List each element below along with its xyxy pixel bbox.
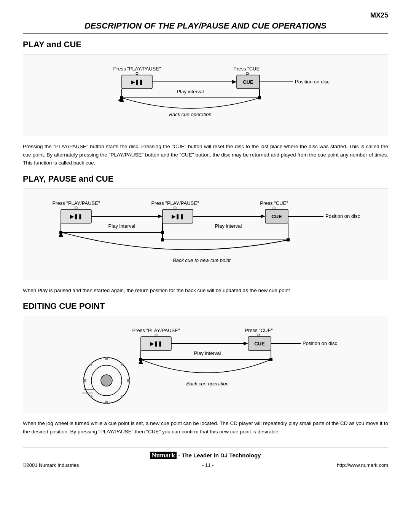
footer-brand: Numark - The Leader in DJ Technology (23, 452, 388, 459)
diag3-back-cue-path (141, 359, 271, 373)
diag2-arrowhead-1 (158, 214, 162, 218)
numark-logo: Numark (150, 452, 177, 459)
svg-point-2 (75, 207, 77, 209)
diag1-position-label: Position on disc (295, 79, 330, 85)
footer: Numark - The Leader in DJ Technology ©20… (23, 447, 388, 468)
diag3-jog-dot-bl (90, 395, 92, 398)
diag3-jog-dot-bottom (105, 401, 108, 404)
diag2-cue-btn-label: CUE (271, 214, 282, 219)
diagram-2-svg: Press "PLAY/PAUSE" Press "PLAY/PAUSE" Pr… (34, 198, 377, 272)
diag3-press-play-label: Press "PLAY/PAUSE" (132, 328, 180, 333)
diagram-editing-cue: Press "PLAY/PAUSE" Press "CUE" ▶❚❚ CUE P… (23, 316, 388, 413)
diag3-back-cue-label: Back cue operation (186, 381, 228, 387)
diag2-position-label: Position on disc (325, 213, 360, 219)
diag3-jog-dot-right (127, 379, 130, 382)
diag1-back-cue-path (122, 98, 260, 109)
diagram-1-svg: Press "PLAY/PAUSE" Press "CUE" ▶❚❚ CUE P… (72, 64, 339, 128)
footer-tagline: - The Leader in DJ Technology (178, 452, 261, 459)
page-title: DESCRIPTION OF THE PLAY/PAUSE AND CUE OP… (23, 21, 388, 34)
diag1-arrowhead-1 (232, 80, 237, 84)
diag1-press-cue-label: Press "CUE" (233, 66, 261, 72)
diag3-play-interval: Play interval (194, 350, 221, 356)
diag2-press-cue-label: Press "CUE" (260, 200, 288, 206)
svg-point-0 (136, 72, 138, 75)
footer-copyright: ©2001 Numark Industries (23, 462, 79, 468)
diag3-jog-dot-left (83, 379, 86, 382)
svg-point-1 (246, 72, 249, 75)
diag1-cue-btn-label: CUE (243, 79, 253, 85)
diag3-jog-dot-tr (121, 363, 123, 366)
diag2-press-play2-label: Press "PLAY/PAUSE" (151, 200, 199, 206)
section-title-editing-cue: EDITING CUE POINT (23, 301, 388, 311)
svg-point-6 (258, 334, 260, 336)
diag3-cue-btn-label: CUE (254, 341, 265, 347)
model-label: MX25 (23, 11, 388, 19)
diag3-jog-dot-top (105, 357, 108, 360)
section3-description: When the jog wheel is turned while a cue… (23, 419, 388, 436)
section1-description: Pressing the "PLAY/PAUSE" button starts … (23, 142, 388, 167)
diag2-sq-left-2 (161, 238, 164, 241)
diag1-play-btn-label: ▶❚❚ (131, 79, 143, 85)
diagram-play-pause-cue: Press "PLAY/PAUSE" Press "PLAY/PAUSE" Pr… (23, 189, 388, 280)
svg-point-5 (155, 334, 157, 336)
diagram-play-and-cue: Press "PLAY/PAUSE" Press "CUE" ▶❚❚ CUE P… (23, 54, 388, 136)
diag3-jog-center (101, 375, 112, 386)
diag2-play-interval-2: Play interval (215, 223, 242, 229)
diag1-back-cue-label: Back cue operation (169, 112, 211, 117)
svg-point-3 (174, 207, 176, 209)
section2-description: When Play is paused and then started aga… (23, 286, 388, 295)
diag2-back-cue-path (61, 232, 288, 250)
diag2-play-btn1-label: ▶❚❚ (70, 214, 82, 220)
diag3-position-label: Position on disc (303, 340, 338, 346)
diag3-play-btn-label: ▶❚❚ (150, 341, 162, 347)
diag3-arrowhead-1 (244, 342, 248, 345)
diag3-jog-dot-br (121, 395, 123, 398)
diag1-play-interval: Play interval (177, 89, 204, 94)
diag2-play-btn2-label: ▶❚❚ (172, 214, 184, 220)
diag3-jog-dot-tl (90, 363, 92, 366)
diagram-3-svg: Press "PLAY/PAUSE" Press "CUE" ▶❚❚ CUE P… (72, 325, 339, 405)
svg-point-4 (273, 207, 275, 209)
diag2-press-play1-label: Press "PLAY/PAUSE" (52, 200, 100, 206)
section-title-play-and-cue: PLAY and CUE (23, 40, 388, 50)
diag2-arrowhead-2 (261, 214, 265, 218)
footer-website: http://www.numark.com (337, 462, 388, 468)
diag3-press-cue-label: Press "CUE" (245, 328, 273, 333)
footer-bottom: ©2001 Numark Industries - 11 - http://ww… (23, 462, 388, 468)
diag1-press-play-label: Press "PLAY/PAUSE" (113, 66, 161, 72)
diag2-play-interval-1: Play interval (108, 223, 135, 229)
footer-page-number: - 11 - (202, 462, 213, 468)
diag2-back-cue-label: Back cue to new cue point (173, 257, 231, 263)
section-title-play-pause-cue: PLAY, PAUSE and CUE (23, 174, 388, 184)
